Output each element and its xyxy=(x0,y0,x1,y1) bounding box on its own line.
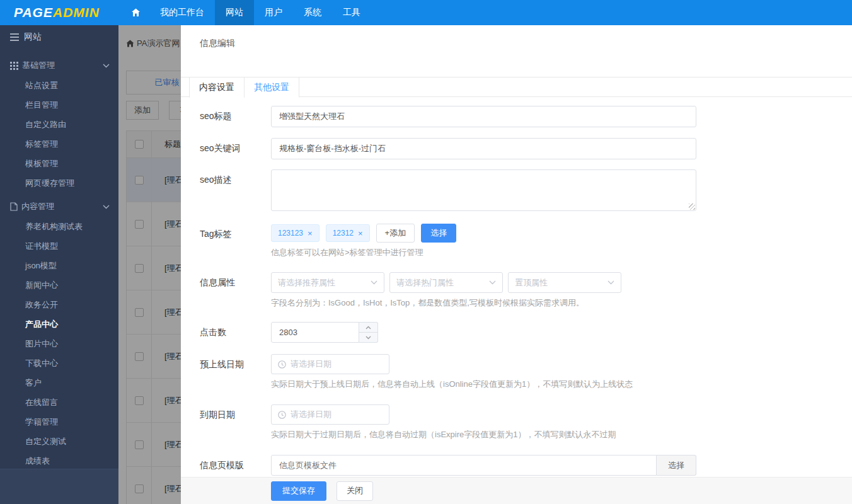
field-label: 信息页模版 xyxy=(200,455,271,471)
form-row-seo-title: seo标题 xyxy=(200,106,833,127)
logo-text-page: PAGE xyxy=(14,5,53,20)
form-row-online-date: 预上线日期 请选择日期 实际日期大于预上线日期后，信息将自动上线（isOnlin… xyxy=(200,354,833,390)
sidebar-item-custom-route[interactable]: 自定义路由 xyxy=(0,115,118,134)
sidebar-item-gov-affairs[interactable]: 政务公开 xyxy=(0,295,118,314)
recommend-attr-select[interactable]: 请选择推荐属性 xyxy=(271,272,384,293)
form-row-attributes: 信息属性 请选择推荐属性 请选择热门属性 xyxy=(200,272,833,309)
tag-pill: 12312 × xyxy=(326,224,370,242)
stepper-up-icon[interactable] xyxy=(359,323,377,333)
field-label: Tag标签 xyxy=(200,224,271,240)
sidebar-title: 网站 xyxy=(24,32,42,43)
field-label: 预上线日期 xyxy=(200,354,271,370)
clicks-stepper xyxy=(359,322,378,343)
submit-save-button[interactable]: 提交保存 xyxy=(271,481,326,501)
sidebar-item-cache-mgmt[interactable]: 网页缓存管理 xyxy=(0,173,118,193)
clock-icon xyxy=(278,360,286,369)
grid-icon xyxy=(10,62,18,70)
expire-date-hint: 实际日期大于过期日期后，信息将自动过期（isExpire字段值更新为1），不填写… xyxy=(271,429,833,440)
online-date-picker[interactable]: 请选择日期 xyxy=(271,354,389,374)
top-attr-select[interactable]: 置顶属性 xyxy=(508,272,621,293)
form-row-expire-date: 到期日期 请选择日期 实际日期大于过期日期后，信息将自动过期（isExpire字… xyxy=(200,404,833,440)
sidebar-group-label: 基础管理 xyxy=(22,60,55,71)
sidebar-item-image-center[interactable]: 图片中心 xyxy=(0,334,118,353)
pageadmin-logo: PAGEADMIN xyxy=(0,0,118,25)
sidebar-item-student-mgmt[interactable]: 学籍管理 xyxy=(0,412,118,432)
sidebar-group-basic[interactable]: 基础管理 xyxy=(0,55,118,76)
seo-desc-textarea[interactable] xyxy=(271,169,696,211)
topnav-website[interactable]: 网站 xyxy=(215,0,254,25)
sidebar-item-template-mgmt[interactable]: 模板管理 xyxy=(0,154,118,173)
sidebar-item-elderly-test[interactable]: 养老机构测试表 xyxy=(0,217,118,236)
sidebar-item-score-table[interactable]: 成绩表 xyxy=(0,451,118,471)
tag-add-button[interactable]: +添加 xyxy=(376,224,415,243)
tag-remove-icon[interactable]: × xyxy=(358,229,363,238)
clicks-input[interactable] xyxy=(271,322,359,343)
modal-body: seo标题 seo关键词 seo描述 Tag标签 xyxy=(181,97,852,477)
online-date-hint: 实际日期大于预上线日期后，信息将自动上线（isOnline字段值更新为1），不填… xyxy=(271,379,833,390)
tag-remove-icon[interactable]: × xyxy=(308,229,313,238)
sidebar-item-json-model[interactable]: json模型 xyxy=(0,256,118,275)
modal-tabs: 内容设置 其他设置 xyxy=(181,77,852,97)
sidebar: 网站 基础管理 站点设置 栏目管理 自定义路由 标签管理 模板管理 网页缓存管理… xyxy=(0,25,118,504)
close-button[interactable]: 关闭 xyxy=(337,481,373,501)
sidebar-item-download-center[interactable]: 下载中心 xyxy=(0,353,118,373)
field-label: seo关键词 xyxy=(200,138,271,154)
field-label: 点击数 xyxy=(200,322,271,338)
topnav-system[interactable]: 系统 xyxy=(293,0,332,25)
chevron-down-icon xyxy=(489,280,496,285)
clock-icon xyxy=(278,411,286,419)
form-row-clicks: 点击数 xyxy=(200,322,833,343)
chevron-down-icon xyxy=(607,280,614,285)
topnav-workbench[interactable]: 我的工作台 xyxy=(149,0,215,25)
sidebar-header: 网站 xyxy=(0,25,118,49)
sidebar-group-label: 内容管理 xyxy=(21,201,54,212)
hot-attr-select[interactable]: 请选择热门属性 xyxy=(389,272,503,293)
form-row-tags: Tag标签 123123 × 12312 × +添加 选择 信息标签可以在网站>… xyxy=(200,224,833,258)
sidebar-footer-area xyxy=(0,469,118,504)
modal-footer: 提交保存 关闭 xyxy=(181,477,852,504)
attributes-hint: 字段名分别为：IsGood，IsHot，IsTop，都是数值类型,写模板时候根据… xyxy=(271,297,833,309)
seo-title-input[interactable] xyxy=(271,106,696,127)
tag-select-button[interactable]: 选择 xyxy=(421,224,456,243)
template-file-input[interactable] xyxy=(271,455,657,476)
sidebar-item-cert-model[interactable]: 证书模型 xyxy=(0,236,118,256)
form-row-template: 信息页模版 选择 不填写则继承栏目设置中的内容页模板 xyxy=(200,455,833,477)
sidebar-item-news-center[interactable]: 新闻中心 xyxy=(0,275,118,295)
field-label: 信息属性 xyxy=(200,272,271,289)
field-label: seo标题 xyxy=(200,106,271,122)
home-icon xyxy=(131,8,141,17)
modal-title: 信息编辑 xyxy=(181,25,852,77)
home-button[interactable] xyxy=(122,0,149,25)
seo-keywords-input[interactable] xyxy=(271,138,696,159)
document-icon xyxy=(10,202,18,211)
field-label: 到期日期 xyxy=(200,404,271,421)
sidebar-item-column-mgmt[interactable]: 栏目管理 xyxy=(0,95,118,115)
topnav-tools[interactable]: 工具 xyxy=(332,0,371,25)
sidebar-item-custom-test[interactable]: 自定义测试 xyxy=(0,432,118,451)
resize-handle-icon[interactable] xyxy=(689,203,695,210)
template-select-button[interactable]: 选择 xyxy=(657,455,696,476)
field-label: seo描述 xyxy=(200,169,271,186)
chevron-down-icon xyxy=(103,205,110,209)
sidebar-item-online-messages[interactable]: 在线留言 xyxy=(0,392,118,412)
sidebar-item-product-center[interactable]: 产品中心 xyxy=(0,314,118,334)
hamburger-icon[interactable] xyxy=(10,33,19,41)
sidebar-group-content[interactable]: 内容管理 xyxy=(0,197,118,217)
chevron-down-icon xyxy=(371,280,377,285)
sidebar-item-tag-mgmt[interactable]: 标签管理 xyxy=(0,134,118,154)
sidebar-item-site-settings[interactable]: 站点设置 xyxy=(0,76,118,95)
info-edit-modal: 信息编辑 内容设置 其他设置 seo标题 seo关键词 seo描述 xyxy=(181,25,852,504)
logo-text-admin: ADMIN xyxy=(53,5,100,20)
tab-other-settings[interactable]: 其他设置 xyxy=(245,77,299,98)
expire-date-picker[interactable]: 请选择日期 xyxy=(271,404,389,425)
chevron-down-icon xyxy=(103,64,110,68)
topbar: PAGEADMIN 我的工作台 网站 用户 系统 工具 xyxy=(0,0,852,25)
tab-content-settings[interactable]: 内容设置 xyxy=(189,77,245,98)
tag-pill: 123123 × xyxy=(271,224,320,242)
form-row-seo-keywords: seo关键词 xyxy=(200,138,833,159)
tags-hint: 信息标签可以在网站>标签管理中进行管理 xyxy=(271,247,833,258)
form-row-seo-desc: seo描述 xyxy=(200,169,833,211)
sidebar-item-customers[interactable]: 客户 xyxy=(0,373,118,392)
stepper-down-icon[interactable] xyxy=(359,333,377,342)
topnav-users[interactable]: 用户 xyxy=(254,0,293,25)
